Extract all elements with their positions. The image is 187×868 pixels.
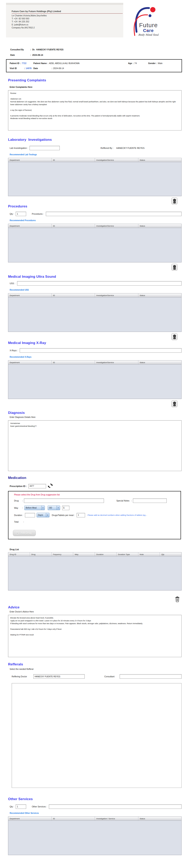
- uss-col-department: Department: [8, 293, 52, 297]
- per-meal-input[interactable]: [77, 513, 85, 517]
- referral-doctor-row: Reffering Doctor Consultant: [12, 674, 182, 679]
- procedures-qty-row: Qty : Procedures :: [10, 212, 182, 216]
- consultant-label: Consultant: [104, 675, 114, 678]
- date-label: Date: [10, 54, 30, 56]
- advice-textarea[interactable]: Elevate the bruised area above heart lev…: [8, 615, 182, 657]
- duration-type-dropdown[interactable]: Day/s ▼: [37, 513, 49, 517]
- procedures-qty-label: Qty :: [10, 213, 14, 215]
- other-services-qty-input[interactable]: [16, 804, 26, 809]
- lab-table-body[interactable]: [8, 162, 181, 196]
- other-services-input[interactable]: [49, 804, 182, 809]
- other-col-id: ID: [52, 817, 95, 820]
- drug-col-id: Drug ID: [8, 552, 30, 556]
- consultation-page: Future Care by Future Holdings (Pty) Lim…: [0, 0, 187, 855]
- way-row: Way : Before Meal ▼ OD ▼: [14, 505, 178, 510]
- procedures-qty-input[interactable]: [16, 212, 26, 216]
- total-row: Total :: [14, 521, 178, 523]
- procedures-delete-button[interactable]: [171, 264, 178, 271]
- uss-trash-row: [5, 333, 178, 340]
- diagnosis-textarea[interactable]: Hematomas lower gastrointestinal bleedin…: [8, 420, 182, 471]
- drug-row: Drug : Special Notes :: [14, 498, 178, 503]
- svg-text:Care: Care: [143, 28, 154, 33]
- age-label: Age: [128, 62, 132, 64]
- drug-list-delete-button[interactable]: [175, 596, 180, 603]
- drug-entry-box: Please select the Drug from Drug suggess…: [8, 491, 181, 539]
- patient-id-label: Patient ID: [10, 62, 19, 64]
- duration-input[interactable]: [25, 513, 35, 517]
- duration-row: Duration : Day/s ▼ Drugs/Tablets per mea…: [14, 513, 178, 517]
- referrals-title: Refferals: [8, 662, 182, 666]
- refresh-icon: [48, 483, 53, 488]
- other-services-table-body[interactable]: [8, 821, 181, 855]
- lab-col-department: Department: [8, 158, 52, 162]
- procedures-col-id: ID: [52, 224, 95, 228]
- medication-title: Medication: [8, 476, 182, 480]
- xray-trash-row: [5, 400, 178, 407]
- consultant-input[interactable]: [120, 674, 182, 679]
- uss-input[interactable]: [17, 281, 182, 286]
- ultrasound-title: Medical Imaging Ultra Sound: [8, 275, 182, 279]
- lab-col-id: ID: [52, 158, 95, 162]
- advice-title: Advice: [8, 606, 182, 610]
- prescription-id-label: Prescription ID :: [10, 485, 27, 487]
- patient-info-box: Patient ID : 7722 Patient Name : ADEL AB…: [6, 59, 182, 72]
- xray-col-service: Investigation/Service: [95, 361, 138, 364]
- decimal-note: Please add as decimal numbers when addin…: [87, 514, 151, 516]
- referrals-subtitle: Select the needed Refferal: [10, 668, 182, 670]
- referring-doctor-label: Reffering Doctor: [12, 675, 33, 678]
- xray-table-body[interactable]: [8, 365, 181, 399]
- uss-table-body[interactable]: [8, 298, 181, 332]
- frequency-qty-input[interactable]: [62, 506, 69, 510]
- uss-delete-button[interactable]: [171, 333, 178, 340]
- patient-id-value: 7722: [22, 62, 26, 64]
- drug-col-drug: Drug: [30, 552, 52, 556]
- referring-doctor-input[interactable]: [33, 674, 85, 679]
- drug-input[interactable]: [24, 498, 104, 503]
- refresh-prescription-button[interactable]: [48, 483, 53, 489]
- other-col-service: Investigation / Service: [95, 817, 138, 820]
- drug-list-label: Drug List: [10, 548, 182, 551]
- uss-col-id: ID: [52, 293, 95, 297]
- prescription-id-input[interactable]: [28, 484, 46, 488]
- recommended-lab-testings-label: Recommended Lab Testings: [10, 153, 182, 156]
- referral-list-box[interactable]: [12, 683, 182, 788]
- date-value: 2024-08-14: [32, 54, 43, 56]
- procedures-input[interactable]: [46, 212, 182, 216]
- lab-delete-button[interactable]: [171, 197, 178, 205]
- per-meal-label: Drugs/Tablets per meal :: [52, 514, 75, 516]
- complaints-label: Enter Complaints Here: [10, 86, 182, 88]
- patient-name-value: ADEL ABDULLA ALI BUKHOWA: [49, 62, 80, 64]
- drug-table-body[interactable]: [8, 556, 181, 590]
- other-services-title: Other Services: [8, 797, 182, 801]
- recommended-uss-label: Recommended USS: [10, 289, 182, 291]
- lab-col-service: Investigation/Service: [95, 158, 138, 162]
- meal-time-dropdown[interactable]: Before Meal ▼: [24, 505, 45, 510]
- xray-col-id: ID: [52, 361, 95, 364]
- xray-col-status: Status: [138, 361, 182, 364]
- lab-investigation-input[interactable]: [30, 146, 60, 150]
- drug-col-note: Note: [138, 552, 160, 556]
- prescription-row: Prescription ID :: [10, 483, 182, 489]
- complaints-textarea[interactable]: Review Abdomen US- Normal abdomen US sug…: [8, 90, 182, 130]
- future-care-logo-icon: Future Care ♥ Body Mind Soul: [129, 3, 169, 37]
- recommended-procedures-label: Recommended Procedures: [10, 219, 182, 221]
- consulted-by-row: Consulted By : Dr. HANECKY FUENTE REYES: [10, 48, 182, 51]
- company-logo: Future Care ♥ Body Mind Soul: [123, 3, 182, 37]
- visit-date-label: Date: [33, 67, 38, 69]
- procedures-trash-row: [5, 264, 178, 271]
- frequency-dropdown[interactable]: OD ▼: [48, 505, 60, 510]
- trash-icon: [173, 402, 177, 406]
- xray-delete-button[interactable]: [171, 400, 178, 407]
- visit-id-label: Visit ID: [10, 67, 23, 69]
- consulted-by-label: Consulted By: [10, 48, 30, 51]
- procedures-table: Department ID Investigation/Service Stat…: [8, 224, 182, 262]
- total-label: Total: [14, 521, 22, 523]
- drug-col-duration-type: Duration Type: [117, 552, 138, 556]
- procedures-table-body[interactable]: [8, 228, 181, 262]
- add-drug-button[interactable]: + Add Drug: [13, 530, 36, 536]
- special-notes-input[interactable]: [133, 498, 167, 503]
- patient-row-1: Patient ID : 7722 Patient Name : ADEL AB…: [10, 62, 178, 64]
- gender-label: Gender: [148, 62, 156, 64]
- uss-label: USS :: [10, 282, 15, 285]
- xray-input[interactable]: [20, 348, 182, 353]
